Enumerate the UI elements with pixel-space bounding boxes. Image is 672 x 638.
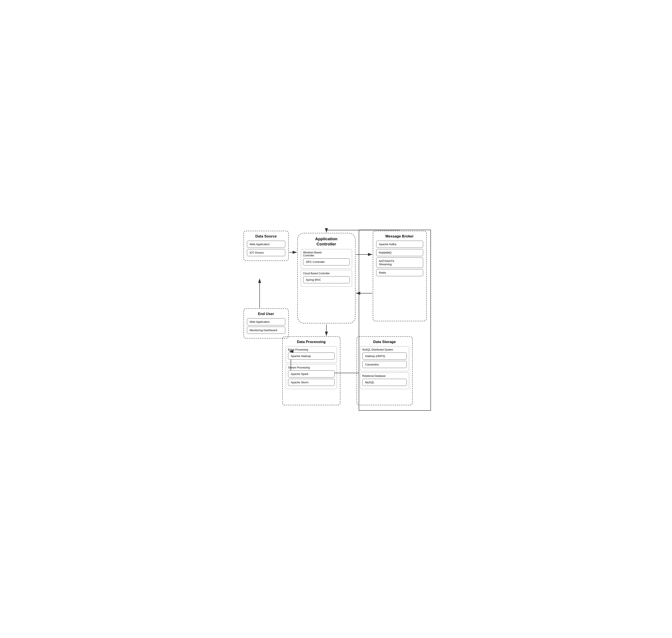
apache-kafka-item: Apache Kafka bbox=[376, 241, 423, 248]
batch-processing-label: Batch Processing bbox=[288, 348, 335, 351]
stream-processing-label: Stream Processing bbox=[288, 366, 335, 369]
apache-hadoop-item: Apache Hadoop bbox=[288, 353, 335, 359]
redis-item: Redis bbox=[376, 269, 423, 276]
cloud-based-controller-box: Cloud Based Controller Spring MVC bbox=[301, 270, 352, 287]
app-controller-section: ApplicationController Windows BasedContr… bbox=[297, 233, 355, 323]
rabbitmq-item: RabbitMQ bbox=[376, 249, 423, 256]
diagram-container: Data Source Web Application IOT Drivers … bbox=[239, 226, 433, 412]
batch-processing-box: Batch Processing Apache Hadoop bbox=[286, 346, 337, 363]
nosql-box: NoSQL Distributed System Hadoop (HDFS) C… bbox=[360, 346, 409, 371]
apache-storm-item: Apache Storm bbox=[288, 379, 335, 386]
data-source-section: Data Source Web Application IOT Drivers bbox=[243, 231, 289, 261]
iot-drivers-item: IOT Drivers bbox=[247, 249, 285, 256]
data-storage-title: Data Storage bbox=[360, 340, 409, 344]
web-application-item: Web Application bbox=[247, 241, 285, 248]
end-user-title: End User bbox=[247, 312, 285, 316]
nosql-label: NoSQL Distributed System bbox=[363, 348, 407, 351]
hadoop-hdfs-item: Hadoop (HDFS) bbox=[363, 353, 407, 359]
apache-spark-item: Apache Spark bbox=[288, 370, 335, 377]
cloud-based-label: Cloud Based Controller bbox=[303, 272, 350, 275]
relational-db-label: Relational Database bbox=[363, 374, 407, 377]
app-controller-title: ApplicationController bbox=[301, 236, 352, 247]
message-broker-title: Message Broker bbox=[376, 234, 423, 238]
spring-mvc-item: Spring MVC bbox=[303, 276, 350, 283]
monitoring-dashboard-item: Monitoring Dashboard bbox=[247, 326, 285, 334]
data-processing-section: Data Processing Batch Processing Apache … bbox=[282, 336, 340, 405]
opc-controller-item: OPC Controller bbox=[303, 258, 350, 266]
end-user-web-application: Web Application bbox=[247, 318, 285, 325]
end-user-section: End User Web Application Monitoring Dash… bbox=[243, 308, 289, 338]
data-storage-section: Data Storage NoSQL Distributed System Ha… bbox=[357, 336, 413, 405]
stream-processing-box: Stream Processing Apache Spark Apache St… bbox=[286, 364, 337, 389]
cassandra-item: Cassandra bbox=[363, 361, 407, 368]
windows-based-label: Windows BasedController bbox=[303, 251, 350, 257]
windows-based-controller-box: Windows BasedController OPC Controller bbox=[301, 249, 352, 269]
nats-item: NATS/NATSStreaming bbox=[376, 257, 423, 268]
mysql-item: MySQL bbox=[363, 379, 407, 386]
relational-db-box: Relational Database MySQL bbox=[360, 372, 409, 389]
data-source-title: Data Source bbox=[247, 234, 285, 238]
message-broker-section: Message Broker Apache Kafka RabbitMQ NAT… bbox=[373, 231, 426, 321]
data-processing-title: Data Processing bbox=[286, 340, 337, 344]
